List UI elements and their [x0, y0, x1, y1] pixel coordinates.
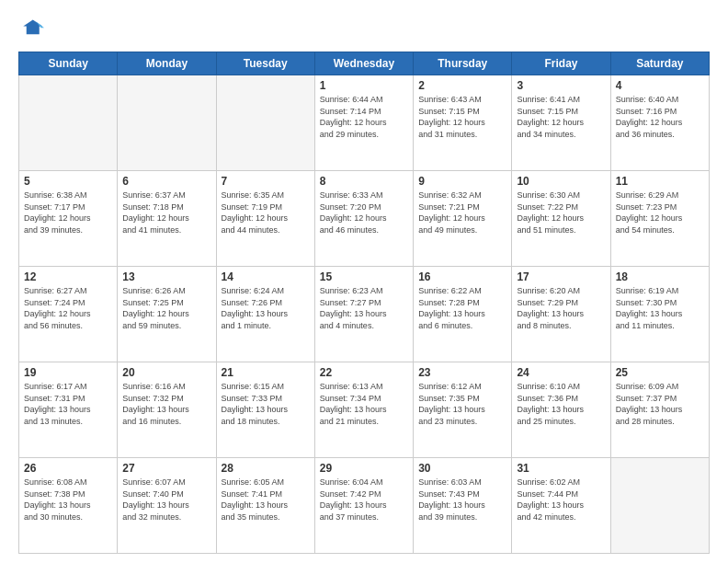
- calendar-day-cell: 11Sunrise: 6:29 AM Sunset: 7:23 PM Dayli…: [610, 171, 709, 267]
- day-info: Sunrise: 6:05 AM Sunset: 7:41 PM Dayligh…: [222, 477, 310, 523]
- calendar-day-cell: [610, 458, 709, 554]
- day-number: 26: [24, 462, 112, 475]
- calendar-day-cell: 28Sunrise: 6:05 AM Sunset: 7:41 PM Dayli…: [216, 458, 314, 554]
- calendar-table: SundayMondayTuesdayWednesdayThursdayFrid…: [18, 52, 710, 554]
- calendar-day-cell: 15Sunrise: 6:23 AM Sunset: 7:27 PM Dayli…: [314, 267, 413, 362]
- day-info: Sunrise: 6:29 AM Sunset: 7:23 PM Dayligh…: [616, 190, 704, 236]
- day-number: 30: [418, 462, 506, 475]
- day-info: Sunrise: 6:16 AM Sunset: 7:32 PM Dayligh…: [122, 381, 210, 427]
- day-number: 7: [222, 175, 310, 188]
- calendar-week-row: 12Sunrise: 6:27 AM Sunset: 7:24 PM Dayli…: [19, 267, 710, 362]
- calendar-day-cell: 6Sunrise: 6:37 AM Sunset: 7:18 PM Daylig…: [118, 171, 216, 267]
- day-number: 21: [222, 366, 310, 379]
- day-number: 5: [24, 175, 112, 188]
- calendar-weekday-header: Saturday: [610, 52, 709, 75]
- day-info: Sunrise: 6:08 AM Sunset: 7:38 PM Dayligh…: [24, 477, 112, 523]
- calendar-day-cell: 30Sunrise: 6:03 AM Sunset: 7:43 PM Dayli…: [414, 458, 512, 554]
- day-info: Sunrise: 6:13 AM Sunset: 7:34 PM Dayligh…: [320, 381, 408, 427]
- calendar-day-cell: 22Sunrise: 6:13 AM Sunset: 7:34 PM Dayli…: [314, 362, 413, 458]
- day-number: 28: [222, 462, 310, 475]
- day-number: 20: [122, 366, 210, 379]
- day-number: 23: [418, 366, 506, 379]
- calendar-week-row: 26Sunrise: 6:08 AM Sunset: 7:38 PM Dayli…: [19, 458, 710, 554]
- calendar-day-cell: 21Sunrise: 6:15 AM Sunset: 7:33 PM Dayli…: [216, 362, 314, 458]
- calendar-day-cell: 25Sunrise: 6:09 AM Sunset: 7:37 PM Dayli…: [610, 362, 709, 458]
- day-number: 25: [616, 366, 704, 379]
- day-info: Sunrise: 6:23 AM Sunset: 7:27 PM Dayligh…: [320, 285, 408, 331]
- calendar-weekday-header: Thursday: [414, 52, 512, 75]
- calendar-day-cell: 27Sunrise: 6:07 AM Sunset: 7:40 PM Dayli…: [118, 458, 216, 554]
- calendar-day-cell: [19, 75, 118, 171]
- calendar-weekday-header: Sunday: [19, 52, 118, 75]
- logo: [18, 17, 48, 42]
- day-info: Sunrise: 6:37 AM Sunset: 7:18 PM Dayligh…: [122, 190, 210, 236]
- calendar-week-row: 19Sunrise: 6:17 AM Sunset: 7:31 PM Dayli…: [19, 362, 710, 458]
- calendar-day-cell: 24Sunrise: 6:10 AM Sunset: 7:36 PM Dayli…: [512, 362, 610, 458]
- day-info: Sunrise: 6:17 AM Sunset: 7:31 PM Dayligh…: [24, 381, 112, 427]
- day-number: 10: [517, 175, 605, 188]
- svg-marker-0: [23, 20, 42, 35]
- day-info: Sunrise: 6:10 AM Sunset: 7:36 PM Dayligh…: [517, 381, 605, 427]
- header: [18, 17, 710, 42]
- calendar-day-cell: 5Sunrise: 6:38 AM Sunset: 7:17 PM Daylig…: [19, 171, 118, 267]
- calendar-day-cell: 7Sunrise: 6:35 AM Sunset: 7:19 PM Daylig…: [216, 171, 314, 267]
- calendar-weekday-header: Wednesday: [314, 52, 413, 75]
- day-number: 15: [320, 270, 408, 283]
- page: SundayMondayTuesdayWednesdayThursdayFrid…: [0, 0, 728, 563]
- calendar-day-cell: 31Sunrise: 6:02 AM Sunset: 7:44 PM Dayli…: [512, 458, 610, 554]
- day-info: Sunrise: 6:40 AM Sunset: 7:16 PM Dayligh…: [616, 94, 704, 140]
- day-info: Sunrise: 6:19 AM Sunset: 7:30 PM Dayligh…: [616, 285, 704, 331]
- day-info: Sunrise: 6:26 AM Sunset: 7:25 PM Dayligh…: [122, 285, 210, 331]
- calendar-day-cell: 4Sunrise: 6:40 AM Sunset: 7:16 PM Daylig…: [610, 75, 709, 171]
- day-number: 31: [517, 462, 605, 475]
- day-number: 4: [616, 79, 704, 92]
- calendar-day-cell: [118, 75, 216, 171]
- day-info: Sunrise: 6:27 AM Sunset: 7:24 PM Dayligh…: [24, 285, 112, 331]
- calendar-day-cell: 20Sunrise: 6:16 AM Sunset: 7:32 PM Dayli…: [118, 362, 216, 458]
- calendar-day-cell: 9Sunrise: 6:32 AM Sunset: 7:21 PM Daylig…: [414, 171, 512, 267]
- day-info: Sunrise: 6:24 AM Sunset: 7:26 PM Dayligh…: [222, 285, 310, 331]
- day-number: 18: [616, 270, 704, 283]
- calendar-day-cell: [216, 75, 314, 171]
- day-info: Sunrise: 6:30 AM Sunset: 7:22 PM Dayligh…: [517, 190, 605, 236]
- day-number: 8: [320, 175, 408, 188]
- day-number: 27: [122, 462, 210, 475]
- day-number: 14: [222, 270, 310, 283]
- day-number: 29: [320, 462, 408, 475]
- day-number: 24: [517, 366, 605, 379]
- calendar-day-cell: 14Sunrise: 6:24 AM Sunset: 7:26 PM Dayli…: [216, 267, 314, 362]
- calendar-day-cell: 8Sunrise: 6:33 AM Sunset: 7:20 PM Daylig…: [314, 171, 413, 267]
- day-info: Sunrise: 6:38 AM Sunset: 7:17 PM Dayligh…: [24, 190, 112, 236]
- day-info: Sunrise: 6:04 AM Sunset: 7:42 PM Dayligh…: [320, 477, 408, 523]
- day-info: Sunrise: 6:33 AM Sunset: 7:20 PM Dayligh…: [320, 190, 408, 236]
- day-number: 17: [517, 270, 605, 283]
- calendar-day-cell: 29Sunrise: 6:04 AM Sunset: 7:42 PM Dayli…: [314, 458, 413, 554]
- calendar-day-cell: 19Sunrise: 6:17 AM Sunset: 7:31 PM Dayli…: [19, 362, 118, 458]
- calendar-weekday-header: Friday: [512, 52, 610, 75]
- day-info: Sunrise: 6:44 AM Sunset: 7:14 PM Dayligh…: [320, 94, 408, 140]
- calendar-week-row: 1Sunrise: 6:44 AM Sunset: 7:14 PM Daylig…: [19, 75, 710, 171]
- day-info: Sunrise: 6:22 AM Sunset: 7:28 PM Dayligh…: [418, 285, 506, 331]
- day-number: 6: [122, 175, 210, 188]
- day-number: 22: [320, 366, 408, 379]
- day-info: Sunrise: 6:20 AM Sunset: 7:29 PM Dayligh…: [517, 285, 605, 331]
- calendar-day-cell: 26Sunrise: 6:08 AM Sunset: 7:38 PM Dayli…: [19, 458, 118, 554]
- day-info: Sunrise: 6:09 AM Sunset: 7:37 PM Dayligh…: [616, 381, 704, 427]
- day-number: 16: [418, 270, 506, 283]
- calendar-weekday-header: Monday: [118, 52, 216, 75]
- calendar-day-cell: 17Sunrise: 6:20 AM Sunset: 7:29 PM Dayli…: [512, 267, 610, 362]
- calendar-day-cell: 16Sunrise: 6:22 AM Sunset: 7:28 PM Dayli…: [414, 267, 512, 362]
- day-number: 9: [418, 175, 506, 188]
- day-number: 19: [24, 366, 112, 379]
- calendar-header-row: SundayMondayTuesdayWednesdayThursdayFrid…: [19, 52, 710, 75]
- calendar-day-cell: 10Sunrise: 6:30 AM Sunset: 7:22 PM Dayli…: [512, 171, 610, 267]
- day-info: Sunrise: 6:32 AM Sunset: 7:21 PM Dayligh…: [418, 190, 506, 236]
- calendar-day-cell: 23Sunrise: 6:12 AM Sunset: 7:35 PM Dayli…: [414, 362, 512, 458]
- day-info: Sunrise: 6:03 AM Sunset: 7:43 PM Dayligh…: [418, 477, 506, 523]
- calendar-day-cell: 18Sunrise: 6:19 AM Sunset: 7:30 PM Dayli…: [610, 267, 709, 362]
- logo-icon: [18, 17, 44, 42]
- calendar-week-row: 5Sunrise: 6:38 AM Sunset: 7:17 PM Daylig…: [19, 171, 710, 267]
- calendar-weekday-header: Tuesday: [216, 52, 314, 75]
- day-number: 3: [517, 79, 605, 92]
- day-info: Sunrise: 6:02 AM Sunset: 7:44 PM Dayligh…: [517, 477, 605, 523]
